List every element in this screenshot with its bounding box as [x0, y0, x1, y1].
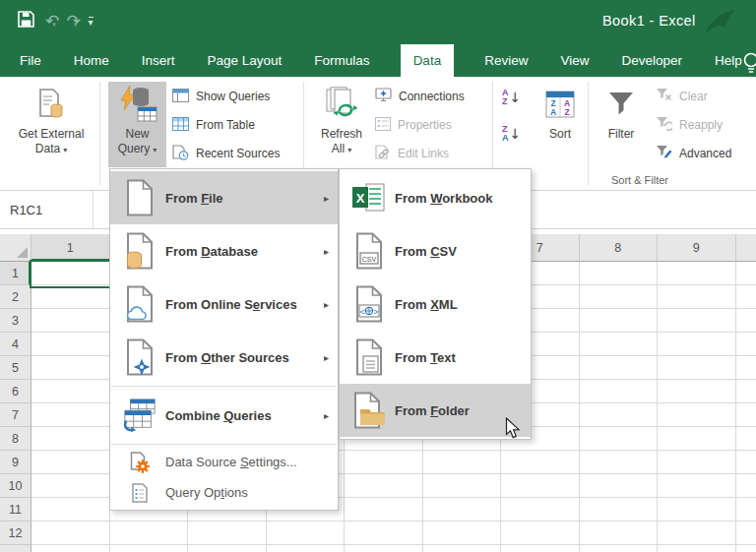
cell[interactable]	[580, 356, 659, 380]
recent-sources-button[interactable]: Recent Sources	[172, 144, 280, 163]
cell[interactable]	[501, 451, 580, 474]
save-icon[interactable]	[18, 11, 34, 31]
select-all-corner[interactable]	[0, 234, 32, 262]
cell[interactable]	[110, 521, 189, 545]
cell[interactable]	[736, 333, 756, 356]
row-header-12[interactable]: 12	[0, 521, 32, 545]
row-header-13[interactable]	[0, 545, 32, 552]
from-table-button[interactable]: From Table	[172, 115, 255, 135]
cell[interactable]	[423, 498, 502, 521]
sort-button[interactable]: ZAAZ Sort	[537, 82, 583, 167]
menu-item-combine-queries[interactable]: Combine Queries ▸	[110, 389, 338, 442]
name-box[interactable]: R1C1	[0, 191, 94, 228]
cell[interactable]	[267, 545, 346, 552]
cell[interactable]	[580, 333, 659, 356]
cell[interactable]	[580, 521, 659, 545]
cell[interactable]	[345, 451, 423, 474]
cell[interactable]	[658, 474, 736, 498]
row-header-3[interactable]: 3	[0, 309, 32, 333]
clear-filter-button[interactable]: Clear	[656, 87, 708, 106]
connections-button[interactable]: Connections	[375, 87, 465, 106]
cell[interactable]	[658, 285, 736, 309]
cell[interactable]	[736, 451, 756, 474]
cell[interactable]	[658, 380, 736, 403]
column-header-10[interactable]	[736, 234, 756, 262]
tab-review[interactable]: Review	[482, 44, 530, 77]
menu-item-data-source-settings[interactable]: Data Source Settings...	[110, 447, 338, 477]
cell[interactable]	[736, 403, 756, 427]
tell-me-lightbulb-icon[interactable]	[741, 51, 756, 79]
column-header-9[interactable]: 9	[658, 234, 736, 262]
cell[interactable]	[736, 474, 756, 498]
advanced-filter-button[interactable]: Advanced	[656, 144, 731, 163]
menu-item-from-database[interactable]: From Database ▸	[110, 224, 338, 277]
menu-item-from-file[interactable]: From File ▸	[110, 171, 338, 224]
cell[interactable]	[736, 521, 756, 545]
cell[interactable]	[736, 285, 756, 309]
undo-icon[interactable]: ↶▾	[45, 13, 56, 31]
show-queries-button[interactable]: Show Queries	[172, 87, 270, 106]
cell[interactable]	[580, 498, 659, 521]
submenu-item-from-folder[interactable]: From Folder	[340, 384, 531, 437]
cell[interactable]	[658, 545, 736, 552]
cell[interactable]	[580, 309, 659, 333]
cell[interactable]	[580, 545, 659, 552]
cell[interactable]	[423, 545, 502, 552]
cell[interactable]	[580, 427, 659, 451]
cell[interactable]	[658, 498, 736, 521]
cell[interactable]	[736, 427, 756, 451]
tab-insert[interactable]: Insert	[140, 44, 177, 77]
cell[interactable]	[32, 545, 110, 552]
cell[interactable]	[32, 309, 110, 333]
tab-page-layout[interactable]: Page Layout	[206, 44, 284, 77]
row-header-8[interactable]: 8	[0, 427, 32, 451]
cell[interactable]	[32, 333, 110, 356]
cell[interactable]	[658, 309, 736, 333]
refresh-all-button[interactable]: Refresh All▾	[310, 82, 373, 167]
cell[interactable]	[736, 262, 756, 285]
sort-ascending-button[interactable]: AZ ↓	[502, 89, 521, 106]
column-header-8[interactable]: 8	[580, 234, 659, 262]
cell[interactable]	[345, 498, 423, 521]
customize-qat-icon[interactable]: ▾	[89, 17, 94, 27]
cell[interactable]	[32, 521, 110, 545]
reapply-filter-button[interactable]: Reapply	[656, 115, 723, 135]
cell[interactable]	[658, 427, 736, 451]
cell[interactable]	[32, 498, 110, 521]
menu-item-query-options[interactable]: Query Options	[110, 477, 338, 508]
row-header-4[interactable]: 4	[0, 333, 32, 356]
cell[interactable]	[345, 545, 423, 552]
column-header-1[interactable]: 1	[32, 234, 110, 262]
row-header-7[interactable]: 7	[0, 403, 32, 427]
cell[interactable]	[32, 427, 110, 451]
row-header-5[interactable]: 5	[0, 356, 32, 380]
submenu-item-from-csv[interactable]: CSV From CSV	[340, 224, 531, 277]
cell[interactable]	[580, 451, 659, 474]
tab-help[interactable]: Help	[713, 44, 744, 77]
edit-links-button[interactable]: Edit Links	[375, 144, 449, 163]
row-header-10[interactable]: 10	[0, 474, 32, 498]
menu-item-from-other-sources[interactable]: From Other Sources ▸	[110, 331, 338, 384]
submenu-item-from-text[interactable]: From Text	[340, 331, 531, 384]
cell[interactable]	[736, 356, 756, 380]
submenu-item-from-workbook[interactable]: X From Workbook	[340, 171, 531, 224]
cell[interactable]	[736, 309, 756, 333]
row-header-1[interactable]: 1	[0, 262, 32, 285]
cell[interactable]	[188, 521, 267, 545]
cell[interactable]	[32, 474, 110, 498]
cell[interactable]	[32, 451, 110, 474]
cell[interactable]	[32, 380, 110, 403]
cell[interactable]	[580, 474, 659, 498]
redo-icon[interactable]: ↷▾	[67, 13, 78, 31]
cell[interactable]	[658, 333, 736, 356]
tab-data[interactable]: Data	[401, 44, 455, 77]
cell[interactable]	[501, 474, 580, 498]
properties-button[interactable]: Properties	[375, 115, 452, 135]
cell[interactable]	[658, 521, 736, 545]
cell[interactable]	[580, 262, 659, 285]
cell[interactable]	[580, 285, 659, 309]
tab-view[interactable]: View	[558, 44, 591, 77]
cell[interactable]	[501, 498, 580, 521]
row-header-11[interactable]: 11	[0, 498, 32, 521]
tab-home[interactable]: Home	[72, 44, 111, 77]
